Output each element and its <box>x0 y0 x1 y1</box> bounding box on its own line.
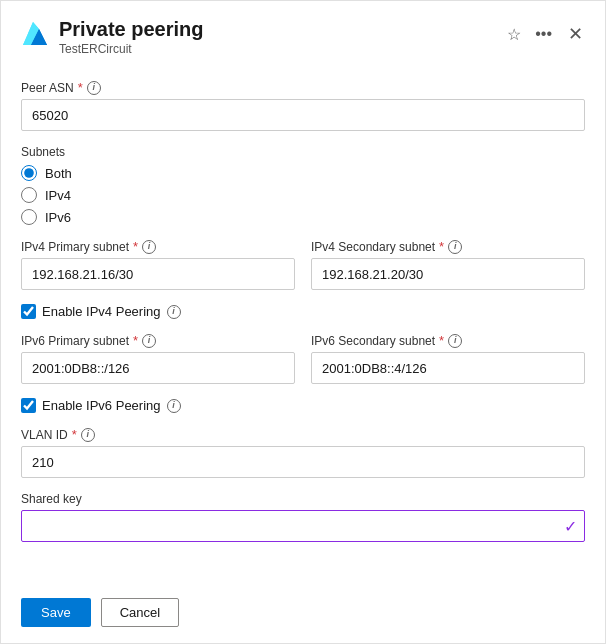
subnet-label-ipv6: IPv6 <box>45 210 71 225</box>
shared-key-label: Shared key <box>21 492 585 506</box>
ipv6-subnet-row: IPv6 Primary subnet * i IPv6 Secondary s… <box>21 333 585 398</box>
ipv6-secondary-input[interactable] <box>311 352 585 384</box>
enable-ipv4-info-icon[interactable]: i <box>167 305 181 319</box>
subnet-option-ipv4[interactable]: IPv4 <box>21 187 585 203</box>
ipv4-primary-input[interactable] <box>21 258 295 290</box>
ipv4-primary-label: IPv4 Primary subnet * i <box>21 239 295 254</box>
subnets-group: Subnets Both IPv4 IPv6 <box>21 145 585 225</box>
subnet-radio-both[interactable] <box>21 165 37 181</box>
dialog-title: Private peering <box>59 17 503 41</box>
ipv4-secondary-info-icon[interactable]: i <box>448 240 462 254</box>
ipv4-secondary-group: IPv4 Secondary subnet * i <box>311 239 585 290</box>
enable-ipv6-info-icon[interactable]: i <box>167 399 181 413</box>
shared-key-group: Shared key ✓ <box>21 492 585 542</box>
vlan-id-label: VLAN ID * i <box>21 427 585 442</box>
ipv4-primary-required: * <box>133 239 138 254</box>
ipv4-subnet-row: IPv4 Primary subnet * i IPv4 Secondary s… <box>21 239 585 304</box>
ipv6-primary-label: IPv6 Primary subnet * i <box>21 333 295 348</box>
enable-ipv4-row: Enable IPv4 Peering i <box>21 304 585 319</box>
dialog-subtitle: TestERCircuit <box>59 42 503 56</box>
subnet-option-both[interactable]: Both <box>21 165 585 181</box>
dialog-footer: Save Cancel <box>1 586 605 643</box>
subnet-radio-ipv6[interactable] <box>21 209 37 225</box>
shared-key-check-icon: ✓ <box>564 517 577 536</box>
close-button[interactable]: ✕ <box>562 21 589 47</box>
ipv6-primary-required: * <box>133 333 138 348</box>
enable-ipv4-label: Enable IPv4 Peering <box>42 304 161 319</box>
azure-logo <box>17 19 49 51</box>
subnet-label-ipv4: IPv4 <box>45 188 71 203</box>
ipv6-primary-info-icon[interactable]: i <box>142 334 156 348</box>
ipv4-secondary-required: * <box>439 239 444 254</box>
peer-asn-input[interactable] <box>21 99 585 131</box>
peer-asn-label: Peer ASN * i <box>21 80 585 95</box>
favorite-button[interactable]: ☆ <box>503 23 525 46</box>
subnet-radio-ipv4[interactable] <box>21 187 37 203</box>
subnets-radio-group: Both IPv4 IPv6 <box>21 165 585 225</box>
enable-ipv6-row: Enable IPv6 Peering i <box>21 398 585 413</box>
peer-asn-group: Peer ASN * i <box>21 80 585 131</box>
enable-ipv4-checkbox[interactable] <box>21 304 36 319</box>
header-text-group: Private peering TestERCircuit <box>59 17 503 56</box>
ipv6-secondary-label: IPv6 Secondary subnet * i <box>311 333 585 348</box>
peer-asn-info-icon[interactable]: i <box>87 81 101 95</box>
save-button[interactable]: Save <box>21 598 91 627</box>
ipv6-secondary-group: IPv6 Secondary subnet * i <box>311 333 585 384</box>
ipv4-secondary-label: IPv4 Secondary subnet * i <box>311 239 585 254</box>
private-peering-dialog: Private peering TestERCircuit ☆ ••• ✕ Pe… <box>0 0 606 644</box>
more-options-button[interactable]: ••• <box>531 23 556 45</box>
ipv6-primary-input[interactable] <box>21 352 295 384</box>
vlan-id-input[interactable] <box>21 446 585 478</box>
ipv4-secondary-input[interactable] <box>311 258 585 290</box>
subnet-option-ipv6[interactable]: IPv6 <box>21 209 585 225</box>
vlan-id-required: * <box>72 427 77 442</box>
shared-key-input[interactable] <box>21 510 585 542</box>
ipv4-primary-group: IPv4 Primary subnet * i <box>21 239 295 290</box>
dialog-content: Peer ASN * i Subnets Both IPv4 IP <box>1 64 605 586</box>
ipv4-primary-info-icon[interactable]: i <box>142 240 156 254</box>
dialog-header: Private peering TestERCircuit ☆ ••• ✕ <box>1 1 605 64</box>
vlan-id-info-icon[interactable]: i <box>81 428 95 442</box>
peer-asn-required: * <box>78 80 83 95</box>
vlan-id-group: VLAN ID * i <box>21 427 585 478</box>
subnet-label-both: Both <box>45 166 72 181</box>
ipv6-secondary-info-icon[interactable]: i <box>448 334 462 348</box>
enable-ipv6-label: Enable IPv6 Peering <box>42 398 161 413</box>
subnets-label: Subnets <box>21 145 585 159</box>
ipv6-secondary-required: * <box>439 333 444 348</box>
enable-ipv6-checkbox[interactable] <box>21 398 36 413</box>
header-actions: ☆ ••• ✕ <box>503 21 589 47</box>
ipv6-primary-group: IPv6 Primary subnet * i <box>21 333 295 384</box>
cancel-button[interactable]: Cancel <box>101 598 179 627</box>
shared-key-input-wrap: ✓ <box>21 510 585 542</box>
